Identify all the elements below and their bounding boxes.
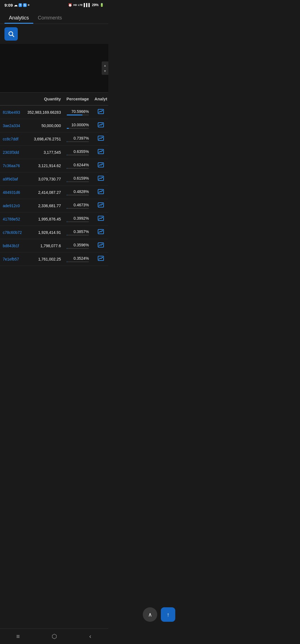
cell-analytics[interactable] <box>92 239 108 252</box>
cell-analytics[interactable] <box>92 146 108 159</box>
table-row: 7e1efb57 1,761,002.25 0.3524% <box>0 252 108 266</box>
pct-value: 0.3596% <box>74 243 89 247</box>
cell-percentage: 10.0000% <box>64 119 92 132</box>
analytics-chart-icon[interactable] <box>98 136 104 142</box>
analytics-chart-icon[interactable] <box>98 122 104 128</box>
tab-analytics[interactable]: Analytics <box>4 12 33 24</box>
table-row: 7c36aa76 3,121,914.62 0.6244% <box>0 159 108 172</box>
cell-analytics[interactable] <box>92 119 108 132</box>
col-header-quantity: Quantity <box>25 93 64 105</box>
battery-icon: 🔋 <box>100 3 104 7</box>
pct-bar-track <box>67 195 89 195</box>
signal-icon: ▌▌▌ <box>84 3 91 7</box>
search-icon <box>8 31 14 37</box>
svg-line-1 <box>12 35 14 37</box>
cell-id: cc8c7ddf <box>0 132 25 146</box>
cell-analytics[interactable] <box>92 212 108 226</box>
cell-analytics[interactable] <box>92 132 108 146</box>
scroll-down-arrow[interactable]: ▼ <box>102 68 108 74</box>
table-row: 2303f3dd 3,177,545 0.6355% <box>0 146 108 159</box>
cell-analytics[interactable] <box>92 199 108 212</box>
cell-quantity: 3,079,730.77 <box>25 172 64 186</box>
pct-bar-track <box>67 141 89 142</box>
cell-percentage: 0.3596% <box>64 239 92 252</box>
analytics-chart-icon[interactable] <box>98 109 104 115</box>
cell-percentage: 0.4828% <box>64 186 92 199</box>
dot-indicator <box>28 4 29 6</box>
cell-percentage: 70.5966% <box>64 105 92 119</box>
cell-quantity: 3,121,914.62 <box>25 159 64 172</box>
pct-bar-track <box>67 168 89 169</box>
cell-quantity: 1,928,414.91 <box>25 226 64 239</box>
back-icon: ‹ <box>89 633 91 640</box>
cell-quantity: 1,995,876.45 <box>25 212 64 226</box>
lte-badge: LTE <box>78 4 82 6</box>
pct-bar-fill <box>67 155 67 155</box>
analytics-chart-icon[interactable] <box>98 229 104 235</box>
search-button[interactable] <box>4 27 18 41</box>
cell-quantity: 2,336,681.77 <box>25 199 64 212</box>
pct-value: 0.6244% <box>74 163 89 167</box>
table-row: 819be493 352,983,169.66283 70.5966% <box>0 105 108 119</box>
analytics-chart-icon[interactable] <box>98 162 104 169</box>
scroll-indicator[interactable]: ▲ ▼ <box>102 61 108 75</box>
table-row: 41788e52 1,995,876.45 0.3992% <box>0 212 108 226</box>
cell-id: 484931d6 <box>0 186 25 199</box>
col-header-id <box>0 93 25 105</box>
pct-bar-track <box>67 115 89 115</box>
analytics-chart-icon[interactable] <box>98 176 104 182</box>
pct-bar-fill <box>67 128 69 129</box>
cell-quantity: 352,983,169.66283 <box>25 105 64 119</box>
table-row: c78c60b72 1,928,414.91 0.3857% <box>0 226 108 239</box>
cell-id: c78c60b72 <box>0 226 25 239</box>
table-row: 484931d6 2,414,087.27 0.4828% <box>0 186 108 199</box>
home-icon: ⬡ <box>52 633 57 640</box>
scroll-up-arrow[interactable]: ▲ <box>102 63 108 68</box>
cell-percentage: 0.7397% <box>64 132 92 146</box>
cell-analytics[interactable] <box>92 252 108 266</box>
cell-analytics[interactable] <box>92 159 108 172</box>
pct-value: 0.7397% <box>74 136 89 140</box>
cell-quantity: 3,698,476.2751 <box>25 132 64 146</box>
alarm-icon: ⏰ <box>68 3 72 7</box>
cell-analytics[interactable] <box>92 105 108 119</box>
pct-value: 0.6159% <box>74 176 89 180</box>
tab-comments[interactable]: Comments <box>33 12 66 24</box>
pct-value: 70.5966% <box>71 109 89 114</box>
analytics-chart-icon[interactable] <box>98 149 104 155</box>
cell-quantity: 1,761,002.25 <box>25 252 64 266</box>
cell-analytics[interactable] <box>92 186 108 199</box>
cell-id: 819be493 <box>0 105 25 119</box>
cell-percentage: 0.4673% <box>64 199 92 212</box>
pct-bar-track <box>67 261 89 262</box>
nav-home-button[interactable]: ⬡ <box>36 629 72 644</box>
analytics-chart-icon[interactable] <box>98 189 104 195</box>
table-row: a9f9d3af 3,079,730.77 0.6159% <box>0 172 108 186</box>
cell-id: 7c36aa76 <box>0 159 25 172</box>
cell-id: a9f9d3af <box>0 172 25 186</box>
cell-percentage: 0.3524% <box>64 252 92 266</box>
pct-value: 10.0000% <box>71 123 89 127</box>
nav-menu-button[interactable]: ≡ <box>0 629 36 644</box>
col-header-analytics: Analyt <box>92 93 108 105</box>
pct-bar-track <box>67 155 89 155</box>
status-bar: 9:09 ☁ T S ⏰ HD LTE ▌▌▌ 29% 🔋 <box>0 0 108 10</box>
cell-id: bd843b1f <box>0 239 25 252</box>
cell-analytics[interactable] <box>92 226 108 239</box>
analytics-chart-icon[interactable] <box>98 216 104 222</box>
nav-back-button[interactable]: ‹ <box>72 629 108 644</box>
analytics-chart-icon[interactable] <box>98 242 104 249</box>
pct-value: 0.6355% <box>74 149 89 154</box>
analytics-chart-icon[interactable] <box>98 202 104 209</box>
time-display: 9:09 <box>4 3 13 8</box>
search-area <box>0 24 108 44</box>
analytics-table: Quantity Percentage Analyt 819be493 352,… <box>0 93 108 266</box>
table-row: 3ae2a334 50,000,000 10.0000% <box>0 119 108 132</box>
pct-bar-track <box>67 235 89 236</box>
pct-value: 0.4828% <box>74 189 89 194</box>
cell-analytics[interactable] <box>92 172 108 186</box>
analytics-chart-icon[interactable] <box>98 256 104 262</box>
cell-id: 2303f3dd <box>0 146 25 159</box>
cell-id: 3ae2a334 <box>0 119 25 132</box>
table-row: cc8c7ddf 3,698,476.2751 0.7397% <box>0 132 108 146</box>
